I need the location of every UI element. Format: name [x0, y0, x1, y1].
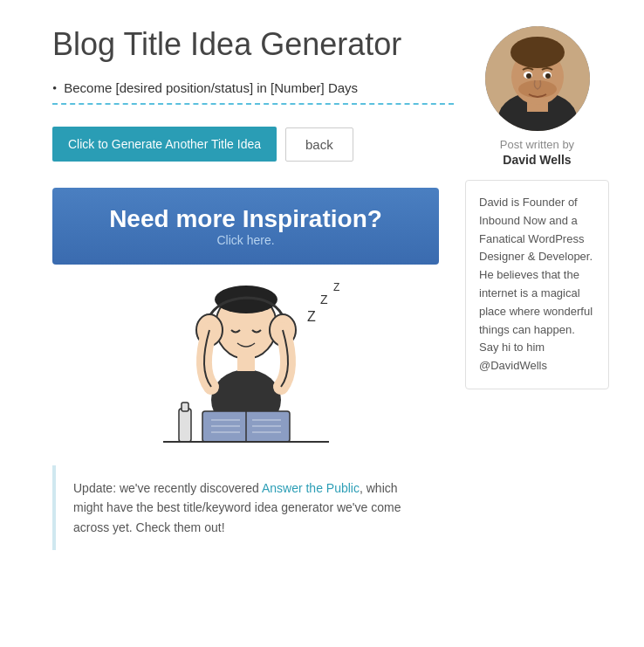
update-prefix: Update: we've recently discovered — [73, 481, 262, 495]
page-title: Blog Title Idea Generator — [52, 26, 439, 63]
inspiration-main-text: Need more Inspiration? — [70, 205, 421, 233]
back-button[interactable]: back — [285, 127, 353, 162]
author-photo-wrapper — [465, 26, 609, 131]
illustration-area: Z Z Z — [52, 265, 439, 465]
action-buttons: Click to Generate Another Title Idea bac… — [52, 127, 439, 162]
svg-rect-20 — [182, 403, 188, 411]
svg-text:Z: Z — [320, 293, 328, 306]
generate-button[interactable]: Click to Generate Another Title Idea — [52, 127, 277, 162]
title-divider — [52, 103, 454, 105]
svg-point-26 — [510, 37, 565, 68]
answer-the-public-link[interactable]: Answer the Public — [262, 481, 360, 495]
bullet-icon: • — [52, 81, 57, 96]
svg-text:Z: Z — [307, 309, 316, 324]
update-box: Update: we've recently discovered Answer… — [52, 465, 439, 550]
svg-point-31 — [545, 73, 551, 79]
svg-point-4 — [215, 286, 277, 313]
main-content: Blog Title Idea Generator • Become [desi… — [52, 26, 439, 550]
inspiration-sub-text: Click here. — [70, 233, 421, 247]
svg-rect-19 — [179, 409, 191, 442]
sleeping-figure-illustration: Z Z Z — [137, 273, 355, 448]
author-photo — [485, 26, 590, 131]
sidebar: Post written by David Wells David is Fou… — [465, 26, 609, 550]
author-name: David Wells — [465, 153, 609, 167]
svg-point-30 — [526, 73, 531, 79]
inspiration-banner[interactable]: Need more Inspiration? Click here. — [52, 188, 439, 265]
author-bio-box: David is Founder of Inbound Now and a Fa… — [465, 180, 609, 389]
svg-rect-10 — [237, 354, 255, 371]
svg-text:Z: Z — [333, 281, 339, 293]
author-bio-text: David is Founder of Inbound Now and a Fa… — [479, 196, 593, 372]
post-written-by-label: Post written by — [465, 138, 609, 151]
title-example-text: Become [desired position/status] in [Num… — [64, 80, 358, 95]
title-example-row: • Become [desired position/status] in [N… — [52, 80, 439, 96]
